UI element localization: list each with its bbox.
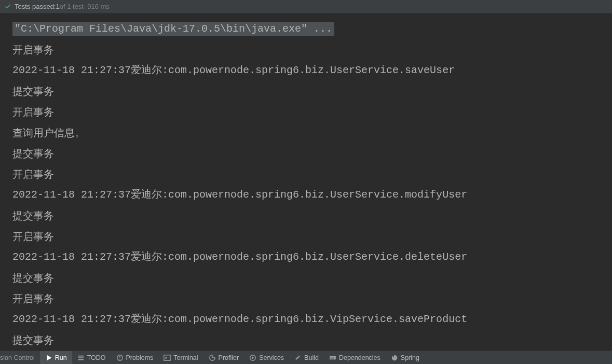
check-icon [4,3,11,10]
terminal-icon [164,354,171,361]
tab-version-control-truncated[interactable]: sion Control [0,354,40,361]
tab-dependencies[interactable]: Dependencies [324,351,386,364]
spring-icon [391,354,398,361]
svg-rect-2 [119,359,120,359]
test-status-bar: Tests passed: 1 of 1 test – 916 ms [0,0,612,13]
console-line: 开启事务 [12,102,607,122]
tests-dash: – [84,3,87,10]
tests-passed-prefix: Tests passed: [15,3,56,10]
tab-run[interactable]: Run [40,351,72,364]
tab-label: Run [55,354,67,361]
console-line: 提交事务 [12,81,607,102]
tab-label: Spring [401,354,419,361]
tab-todo[interactable]: TODO [72,351,111,364]
console-line: 开启事务 [12,164,607,185]
deps-icon [329,354,336,361]
console-line: 提交事务 [12,330,607,351]
tab-label: Services [259,354,284,361]
tab-build[interactable]: Build [289,351,324,364]
console-line: 查询用户信息。 [12,122,607,143]
build-icon [294,354,302,361]
tool-window-bar: sion Control Run TODO Problems Terminal … [0,351,612,364]
console-line: 提交事务 [12,143,607,164]
list-icon [77,354,85,361]
tab-label: Build [304,354,319,361]
tab-problems[interactable]: Problems [111,351,159,364]
console-line: 开启事务 [12,39,607,60]
console-line: 开启事务 [12,288,607,309]
tab-label: Profiler [219,354,239,361]
console-line: 开启事务 [12,226,607,247]
tab-label: Terminal [173,354,198,361]
console-line: 提交事务 [12,268,607,288]
tab-terminal[interactable]: Terminal [158,351,203,364]
tab-label: TODO [87,354,106,361]
services-icon [249,354,256,361]
console-line: 2022-11-18 21:27:37爱迪尔:com.powernode.spr… [12,247,607,268]
tab-services[interactable]: Services [244,351,289,364]
tab-spring[interactable]: Spring [386,351,425,364]
profiler-icon [209,354,216,361]
console-command-line: "C:\Program Files\Java\jdk-17.0.5\bin\ja… [12,19,607,39]
console-line: 2022-11-18 21:27:37爱迪尔:com.powernode.spr… [12,185,607,205]
tests-passed-count: 1 [56,3,60,10]
warning-icon [116,354,124,361]
tab-label: Problems [126,354,154,361]
tab-label: Dependencies [339,354,380,361]
console-output[interactable]: "C:\Program Files\Java\jdk-17.0.5\bin\ja… [0,13,612,351]
console-line: 2022-11-18 21:27:37爱迪尔:com.powernode.spr… [12,309,607,330]
svg-rect-1 [119,356,120,358]
play-icon [45,354,52,361]
console-line: 2022-11-18 21:27:37爱迪尔:com.powernode.spr… [12,60,607,81]
tests-duration: 916 ms [87,3,110,10]
console-line: 提交事务 [12,205,607,226]
tab-profiler[interactable]: Profiler [203,351,244,364]
tests-of-text: of 1 test [60,3,84,10]
